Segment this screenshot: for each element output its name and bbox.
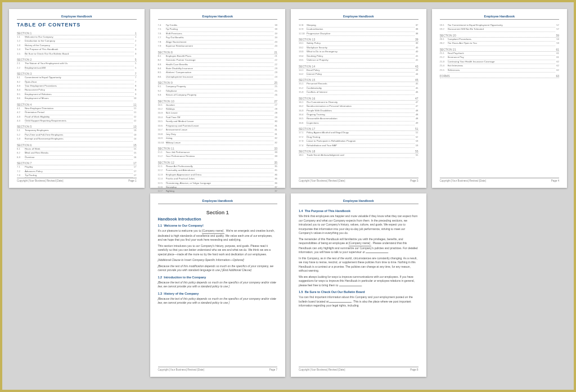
toc-section: FORMS63	[440, 74, 560, 78]
footer-copyright: Copyright [Your Business] Revised [Date]	[299, 179, 345, 182]
toc-section: SECTION 4114.1New Employee Orientation11…	[17, 103, 137, 124]
toc-section: SECTION 252.1The Nature of Your Employme…	[17, 58, 137, 70]
toc-entry: 16.3People With Disabilities48	[299, 109, 418, 113]
toc-section: SECTION 144314.1Email Policy4314.2Intern…	[299, 65, 418, 77]
toc-entry: 10.2Holidays28	[158, 107, 278, 111]
page-header: Employee Handbook	[158, 199, 278, 204]
toc-entry: 8.3Health Care Benefits22	[158, 63, 278, 67]
toc-entry: 13.3What to Do in an Emergency40	[299, 50, 418, 54]
toc-entry: 9.1Company Property25	[158, 85, 278, 89]
paragraph: [Because the text of this policy depends…	[158, 297, 278, 305]
toc-entry: 16.6Inspections49	[299, 121, 418, 125]
toc-section-header: SECTION 925	[158, 81, 278, 85]
toc-entry: 7.1Payday17	[17, 165, 137, 169]
toc-section: SECTION 8218.1Employee Benefit Plans218.…	[158, 51, 278, 80]
page-header: Employee Handbook	[17, 15, 137, 20]
page-footer: Copyright [Your Business] Revised [Date]…	[299, 367, 418, 371]
toc-entry: 17.1Policy Against Alcohol and Illegal D…	[299, 131, 418, 135]
page-grid-row-2: Employee Handbook Section 1 Handbook Int…	[9, 193, 567, 377]
toc-entry: 21.3Continuing Your Health Insurance Cov…	[440, 60, 560, 64]
toc-entry: 21.1Final Paycheck61	[440, 52, 560, 56]
paragraph: [Because the rest of this modification d…	[158, 264, 278, 273]
toc-entry: 12.10Progressive Discipline38	[299, 32, 418, 36]
toc-section-header: SECTION 717	[17, 161, 137, 165]
toc-entry: 16.1Our Commitment to Diversity47	[299, 101, 418, 105]
toc-section: SECTION 185518.1Trade Secret Acknowledgm…	[299, 150, 418, 157]
toc-section: SECTION 154515.1Personnel Records4515.2C…	[299, 78, 418, 94]
toc-section-header: SECTION 2059	[440, 34, 560, 38]
toc-section: SECTION 175117.1Policy Against Alcohol a…	[299, 127, 418, 148]
toc-entry: 7.5Tip Pooling18	[158, 28, 278, 31]
blank-field: [Company name]	[202, 229, 224, 234]
footer-copyright: Copyright [Your Business] Revised [Date]	[17, 179, 63, 182]
toc-section: 7.4Tip Credits187.5Tip Pooling187.6Shift…	[158, 24, 278, 49]
toc-entry: 1.5Be Sure to Check Out Our Bulletin Boa…	[17, 52, 137, 56]
toc-entry: 10.8Jury Duty31	[158, 133, 278, 137]
toc-entry: 12.3Employee Appearance and Dress36	[158, 173, 278, 177]
toc-section: SECTION 113311.1Your Job Performance3311…	[158, 147, 278, 159]
footer-copyright: Copyright [Your Business] Revised [Date]	[440, 179, 486, 182]
toc-entry: 8.5Workers' Compensation23	[158, 71, 278, 75]
footer-pagenum: Page 3	[410, 179, 418, 182]
blank-field	[366, 253, 388, 253]
content-page-1: Employee Handbook Section 1 Handbook Int…	[150, 193, 286, 377]
blank-field	[329, 302, 352, 303]
toc-entry: 15.1Personnel Records45	[299, 82, 418, 86]
toc-entry: 10.5Family and Medical Leave30	[158, 120, 278, 124]
toc-section: SECTION 164716.1Our Commitment to Divers…	[299, 97, 418, 126]
footer-pagenum: Page 4	[551, 179, 559, 182]
toc-section: SECTION 5135.1Temporary Employees135.2Pa…	[17, 125, 137, 141]
section-title: Handbook Introduction	[158, 217, 278, 221]
toc-entry: 20.2Our Doors Are Open to You59	[440, 42, 560, 46]
toc-entry: 13.4Smoking Policy41	[299, 55, 418, 58]
toc-section-header: SECTION 1133	[158, 147, 278, 151]
toc-section-header: SECTION 513	[17, 125, 137, 129]
subsection-heading: 1.4 The Purpose of This Handbook	[299, 209, 418, 213]
toc-section-header: SECTION 1339	[299, 38, 418, 42]
paragraph: We think that employees are happier and …	[299, 214, 418, 236]
toc-entry: 13.2Workplace Security40	[299, 46, 418, 50]
footer-pagenum: Page 1	[128, 179, 136, 182]
toc-entry: 10.7Bereavement Leave31	[158, 128, 278, 132]
toc-entry: 2.1The Nature of Your Employment with Us…	[17, 62, 137, 66]
toc-entry: 1.2Introduction to the Company2	[17, 39, 137, 43]
toc-entry: 8.1Employee Benefit Plans21	[158, 55, 278, 58]
toc-section: SECTION 6156.1Hours of Work156.2Meal and…	[17, 143, 137, 160]
toc-entry: 3.5Employment of Relatives9	[17, 93, 137, 97]
toc-section-header: SECTION 1443	[299, 65, 418, 69]
toc-section-header: SECTION 11	[17, 31, 137, 35]
content-page-2: Employee Handbook 1.4 The Purpose of Thi…	[291, 193, 426, 377]
subsection-heading: 1.3 History of the Company	[158, 292, 278, 295]
toc-entry: 1.1Welcome to Our Company1	[17, 35, 137, 39]
toc-section-header: SECTION 1545	[299, 78, 418, 82]
toc-entry: 12.1Please Act Professionally35	[158, 165, 278, 169]
paragraph: In this Company, as in the rest of the w…	[299, 256, 418, 273]
toc-page-1: Employee Handbook TABLE OF CONTENTS SECT…	[9, 9, 145, 188]
toc-entry: 12.2Punctuality and Attendance35	[158, 169, 278, 173]
toc-entry: 6.2Meal and Rest Breaks15	[17, 151, 137, 155]
toc-section: 12.8Sleeping3712.9Insubordination3812.10…	[299, 24, 418, 36]
toc-entry: 9.2Telephone25	[158, 89, 278, 93]
blank-field: [Company name]	[349, 241, 371, 246]
toc-entry: 12.8Sleeping37	[299, 24, 418, 28]
toc-entry: 10.6Pregnancy and Parental Leave31	[158, 124, 278, 128]
toc-entry: 10.1Vacation27	[158, 103, 278, 107]
paragraph: [Because the text of this policy depends…	[158, 281, 278, 289]
toc-section-header: SECTION 1855	[299, 150, 418, 154]
toc-body: 12.8Sleeping3712.9Insubordination3812.10…	[299, 22, 418, 158]
toc-entry: 3.6Employment of Minors10	[17, 97, 137, 101]
toc-section: SECTION 111.1Welcome to Our Company11.2I…	[17, 31, 137, 56]
toc-body: 7.4Tip Credits187.5Tip Pooling187.6Shift…	[158, 22, 278, 194]
toc-entry: 10.10Military Leave32	[158, 141, 278, 145]
toc-section: SECTION 373.1Commitment to Equal Opportu…	[17, 72, 137, 101]
page-header: Employee Handbook	[158, 15, 278, 20]
toc-entry: 21.4Exit Interviews62	[440, 64, 560, 68]
toc-entry: 11.2Your Performance Reviews33	[158, 155, 278, 159]
toc-section-header: SECTION 1647	[299, 97, 418, 101]
footer-pagenum: Page 8	[410, 368, 418, 371]
toc-entry: 8.6Unemployment Insurance24	[158, 75, 278, 79]
toc-entry: 7.2Advances Policy17	[17, 170, 137, 174]
toc-entry: 3.3Your Employment Procedures8	[17, 84, 137, 88]
toc-entry: 7.9Expense Reimbursement20	[158, 44, 278, 48]
toc-page-2: Employee Handbook 7.4Tip Credits187.5Tip…	[150, 9, 286, 188]
